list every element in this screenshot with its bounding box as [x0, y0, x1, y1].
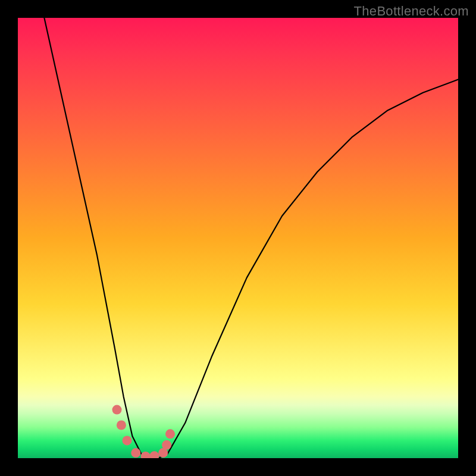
- marker-dot: [117, 421, 126, 430]
- watermark-label: TheBottleneck.com: [354, 4, 469, 19]
- marker-dot: [165, 429, 175, 439]
- marker-dot: [131, 448, 140, 458]
- marker-dot: [112, 405, 122, 415]
- marker-dot: [162, 440, 171, 450]
- chart-frame: TheBottleneck.com: [0, 0, 476, 476]
- bottleneck-curve: [44, 18, 458, 458]
- marker-dot: [141, 452, 151, 458]
- marker-dot: [149, 451, 159, 458]
- highlight-dots: [112, 405, 176, 458]
- marker-dot: [123, 436, 132, 445]
- plot-area: [18, 18, 458, 458]
- curve-layer: [18, 18, 458, 458]
